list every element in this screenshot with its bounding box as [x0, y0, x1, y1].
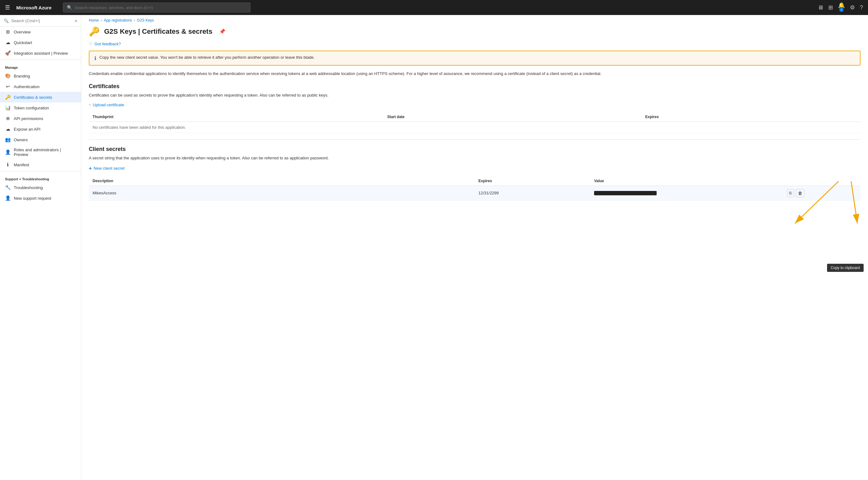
troubleshooting-icon: 🔧 [5, 185, 11, 190]
sidebar-item-overview[interactable]: ⊞ Overview [0, 27, 81, 37]
certificates-table: Thumbprint Start date Expires No certifi… [89, 112, 861, 133]
sidebar-divider-2 [0, 171, 81, 171]
page-header: 🔑 G2S Keys | Certificates & secrets 📌 [81, 24, 868, 41]
new-secret-label: New client secret [93, 166, 124, 171]
quickstart-icon: ☁ [5, 40, 11, 45]
intro-description: Credentials enable confidential applicat… [89, 71, 861, 77]
breadcrumb-sep2: › [134, 18, 135, 23]
integration-icon: 🚀 [5, 50, 11, 56]
sidebar-item-label: Integration assistant | Preview [14, 51, 68, 56]
notifications-icon[interactable]: 🔔 1 [838, 2, 845, 13]
overview-icon: ⊞ [5, 29, 11, 35]
secret-actions: ⎘ 🗑 [783, 186, 861, 200]
sidebar-item-expose-api[interactable]: ☁ Expose an API [0, 124, 81, 134]
sidebar-search-input[interactable] [11, 19, 72, 23]
client-secrets-desc: A secret string that the application use… [89, 155, 861, 161]
notification-badge: 1 [839, 7, 844, 12]
sidebar-item-integration-assistant[interactable]: 🚀 Integration assistant | Preview [0, 48, 81, 58]
sidebar-item-label: Expose an API [14, 127, 40, 132]
secret-expires: 12/31/2299 [475, 186, 590, 200]
upload-label: Upload certificate [93, 102, 124, 107]
new-support-icon: 👤 [5, 195, 11, 201]
feedback-link[interactable]: ♡ Got feedback? [89, 41, 861, 46]
main-layout: 🔍 « ⊞ Overview ☁ Quickstart 🚀 Integratio… [0, 15, 868, 480]
sidebar-item-label: Branding [14, 74, 30, 78]
nav-icons: 🖥 ⊞ 🔔 1 ⚙ ? [818, 2, 863, 13]
breadcrumb-sep1: › [101, 18, 102, 23]
sidebar-item-token-config[interactable]: 📊 Token configuration [0, 102, 81, 113]
sidebar-item-api-permissions[interactable]: ⊕ API permissions [0, 113, 81, 124]
col-thumbprint: Thumbprint [89, 112, 383, 122]
sidebar-item-label: Roles and administrators | Preview [14, 148, 76, 157]
col-value: Value [590, 176, 783, 186]
hamburger-icon[interactable]: ☰ [5, 4, 10, 11]
pin-icon[interactable]: 📌 [219, 28, 225, 34]
roles-icon: 👤 [5, 149, 11, 155]
sidebar-item-troubleshooting[interactable]: 🔧 Troubleshooting [0, 182, 81, 193]
col-actions [783, 176, 861, 186]
feedback-label: Got feedback? [94, 41, 121, 46]
support-section-label: Support + Troubleshooting [0, 173, 81, 182]
sidebar-search-bar[interactable]: 🔍 « [0, 15, 81, 27]
sidebar: 🔍 « ⊞ Overview ☁ Quickstart 🚀 Integratio… [0, 15, 81, 480]
client-secrets-title: Client secrets [89, 146, 861, 153]
sidebar-item-branding[interactable]: 🎨 Branding [0, 71, 81, 81]
certificates-icon: 🔑 [5, 94, 11, 100]
sidebar-search-icon: 🔍 [4, 19, 9, 23]
cloud-shell-icon[interactable]: 🖥 [818, 4, 823, 11]
table-row: MikesAccess 12/31/2299 ⎘ 🗑 [89, 186, 861, 200]
expose-api-icon: ☁ [5, 126, 11, 132]
owners-icon: 👥 [5, 137, 11, 142]
secret-description: MikesAccess [89, 186, 475, 200]
col-expires: Expires [641, 112, 861, 122]
sidebar-item-label: Manifest [14, 162, 29, 167]
portal-menu-icon[interactable]: ⊞ [828, 4, 833, 11]
sidebar-item-label: New support request [14, 196, 51, 201]
sidebar-item-label: Token configuration [14, 106, 49, 110]
branding-icon: 🎨 [5, 73, 11, 79]
new-client-secret-button[interactable]: + New client secret [89, 166, 861, 171]
secret-action-buttons: ⎘ 🗑 [787, 189, 857, 197]
sidebar-item-quickstart[interactable]: ☁ Quickstart [0, 37, 81, 48]
client-secrets-table: Description Expires Value MikesAccess 12… [89, 176, 861, 201]
breadcrumb-app-reg[interactable]: App registrations [104, 18, 132, 23]
global-search-bar[interactable]: 🔍 [63, 2, 250, 12]
alert-text: Copy the new client secret value. You wo… [99, 55, 315, 60]
sidebar-item-roles-admin[interactable]: 👤 Roles and administrators | Preview [0, 145, 81, 159]
certificates-desc: Certificates can be used as secrets to p… [89, 92, 861, 98]
breadcrumb-home[interactable]: Home [89, 18, 99, 23]
delete-secret-button[interactable]: 🗑 [796, 189, 805, 197]
secret-value [590, 186, 783, 200]
brand-name: Microsoft Azure [16, 5, 52, 10]
manage-section-label: Manage [0, 61, 81, 71]
sidebar-item-authentication[interactable]: ↩ Authentication [0, 81, 81, 92]
breadcrumb: Home › App registrations › G2S Keys [81, 15, 868, 24]
content-area: Home › App registrations › G2S Keys 🔑 G2… [81, 15, 868, 480]
certificates-empty-text: No certificates have been added for this… [89, 122, 861, 133]
sidebar-item-new-support[interactable]: 👤 New support request [0, 193, 81, 203]
global-search-input[interactable] [75, 5, 246, 10]
content-body: ♡ Got feedback? ℹ Copy the new client se… [81, 41, 868, 211]
token-config-icon: 📊 [5, 105, 11, 110]
sidebar-collapse-button[interactable]: « [75, 18, 77, 23]
authentication-icon: ↩ [5, 84, 11, 89]
sidebar-item-manifest[interactable]: ℹ Manifest [0, 159, 81, 170]
copy-to-clipboard-button[interactable]: ⎘ [787, 189, 794, 197]
sidebar-item-label: Certificates & secrets [14, 95, 52, 100]
sidebar-item-label: Troubleshooting [14, 185, 43, 190]
help-icon[interactable]: ? [860, 4, 863, 11]
api-permissions-icon: ⊕ [5, 116, 11, 121]
copy-tooltip: Copy to clipboard [827, 264, 864, 272]
col-description: Description [89, 176, 475, 186]
top-navigation: ☰ Microsoft Azure 🔍 🖥 ⊞ 🔔 1 ⚙ ? [0, 0, 868, 15]
breadcrumb-current[interactable]: G2S Keys [137, 18, 154, 23]
sidebar-item-certificates[interactable]: 🔑 Certificates & secrets [0, 92, 81, 102]
sidebar-item-owners[interactable]: 👥 Owners [0, 134, 81, 145]
settings-icon[interactable]: ⚙ [850, 4, 855, 11]
upload-icon: ↑ [89, 102, 91, 107]
info-icon: ℹ [94, 55, 96, 61]
search-icon: 🔍 [67, 5, 72, 10]
section-separator [89, 139, 861, 140]
col-start-date: Start date [383, 112, 641, 122]
upload-certificate-button[interactable]: ↑ Upload certificate [89, 102, 861, 107]
